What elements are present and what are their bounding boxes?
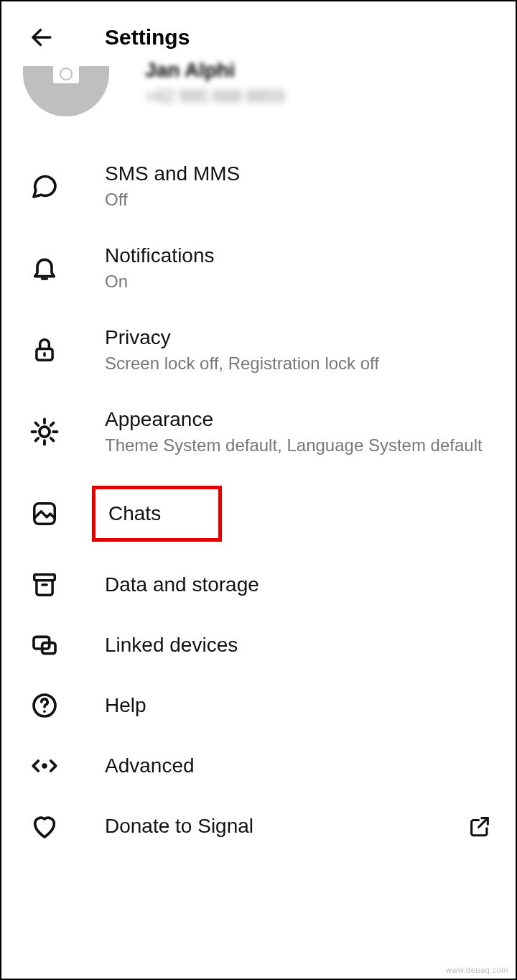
help-icon (27, 688, 62, 723)
item-title: Linked devices (105, 634, 494, 657)
devices-icon (27, 628, 62, 662)
svg-line-12 (51, 423, 54, 426)
archive-icon (27, 568, 62, 602)
profile-text: Jan Alphi +62 995 668 8859 (145, 76, 284, 106)
item-title: SMS and MMS (105, 162, 494, 185)
sun-icon (27, 415, 62, 449)
bell-icon (27, 251, 62, 285)
profile-phone: +62 995 668 8859 (145, 86, 284, 106)
settings-item-notifications[interactable]: Notifications On (1, 227, 516, 309)
item-title: Donate to Signal (105, 815, 465, 838)
chats-highlight: Chats (92, 486, 222, 542)
settings-item-data-storage[interactable]: Data and storage (1, 555, 516, 615)
settings-screen: Settings Jan Alphi +62 995 668 8859 SMS … (0, 0, 517, 980)
profile-name: Jan Alphi (145, 59, 284, 82)
svg-line-9 (36, 423, 39, 426)
item-title: Privacy (105, 326, 494, 349)
code-icon (27, 749, 62, 783)
image-icon (27, 496, 62, 531)
settings-list: SMS and MMS Off Notifications On Privacy… (1, 145, 516, 856)
settings-item-chats[interactable]: Chats (1, 473, 516, 555)
heart-icon (27, 809, 62, 843)
settings-item-appearance[interactable]: Appearance Theme System default, Languag… (1, 391, 516, 473)
svg-line-21 (479, 818, 488, 828)
item-title: Advanced (105, 754, 494, 777)
svg-line-11 (36, 438, 39, 441)
svg-point-4 (39, 427, 50, 437)
settings-item-linked-devices[interactable]: Linked devices (1, 615, 516, 675)
settings-item-sms[interactable]: SMS and MMS Off (1, 145, 516, 227)
arrow-left-icon (29, 24, 55, 50)
item-title: Data and storage (105, 573, 494, 596)
item-title: Chats (108, 502, 161, 524)
profile-row[interactable]: Jan Alphi +62 995 668 8859 (1, 66, 516, 145)
avatar (23, 66, 109, 116)
item-subtitle: On (105, 272, 494, 292)
item-subtitle: Theme System default, Language System de… (105, 435, 494, 456)
settings-item-donate[interactable]: Donate to Signal (1, 796, 516, 856)
item-subtitle: Off (105, 190, 494, 210)
settings-item-privacy[interactable]: Privacy Screen lock off, Registration lo… (1, 309, 516, 391)
external-link-icon (465, 812, 494, 841)
svg-line-10 (51, 438, 54, 441)
lock-icon (27, 333, 62, 367)
svg-point-20 (43, 764, 46, 767)
settings-item-advanced[interactable]: Advanced (1, 736, 516, 796)
watermark: www.deuaq.com (446, 966, 508, 974)
settings-item-help[interactable]: Help (1, 675, 516, 736)
item-title: Appearance (105, 408, 494, 431)
page-title: Settings (105, 25, 190, 50)
item-title: Notifications (105, 244, 494, 267)
back-button[interactable] (27, 23, 56, 52)
camera-icon (53, 63, 79, 83)
item-title: Help (105, 694, 494, 717)
chat-bubble-icon (27, 169, 62, 203)
item-subtitle: Screen lock off, Registration lock off (105, 353, 494, 374)
